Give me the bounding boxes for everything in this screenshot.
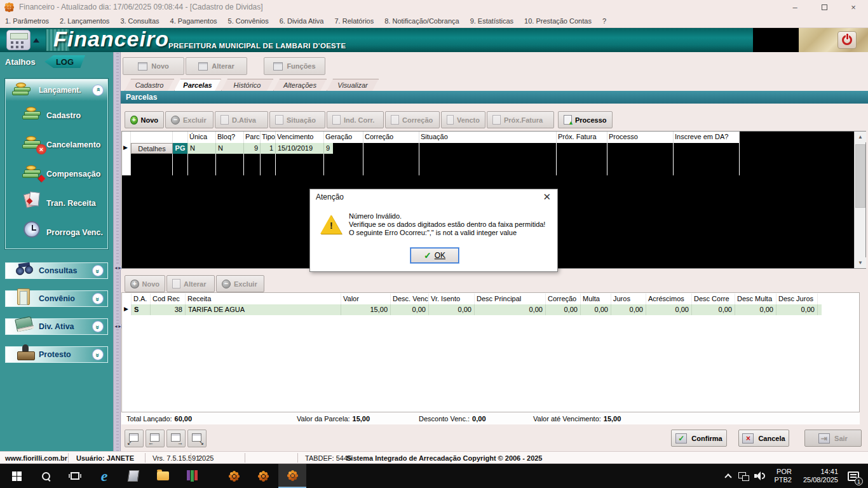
parcelas-prox-fatura-button[interactable]: Próx.Fatura [487, 111, 554, 128]
tab-parcelas[interactable]: Parcelas [174, 79, 221, 91]
sidebar-group-protesto[interactable]: Protesto » [5, 346, 108, 363]
sidebar-item-prorroga-venc[interactable]: Prorroga Venc. [6, 218, 107, 247]
menu-relatorios[interactable]: 7. Relatórios [334, 17, 374, 25]
cell-desc-juros: 0,00 [776, 304, 818, 315]
sidebar-group-div-ativa[interactable]: Div. Ativa » [5, 318, 108, 335]
collapse-chevron-icon[interactable]: » [92, 85, 104, 96]
notepad-button[interactable] [119, 464, 147, 488]
scroll-down-icon[interactable]: ▼ [855, 257, 866, 268]
menu-convenios[interactable]: 5. Convênios [228, 17, 269, 25]
start-button[interactable] [3, 464, 31, 488]
expand-chevron-icon[interactable]: » [92, 265, 104, 276]
receitas-alterar-button[interactable]: Alterar [166, 275, 215, 292]
parcelas-excluir-button[interactable]: −Excluir [165, 111, 214, 128]
log-flag[interactable]: LOG [44, 55, 85, 68]
fiorilli-app-button[interactable] [249, 464, 277, 488]
tab-historico[interactable]: Histórico [221, 79, 273, 91]
plus-circle-icon: + [130, 280, 139, 288]
power-button[interactable] [837, 31, 857, 49]
sidebar-group-convenio[interactable]: Convênio » [5, 290, 108, 307]
tab-alteracoes[interactable]: Alterações [273, 79, 327, 91]
maximize-button[interactable] [810, 0, 839, 14]
parcelas-dativa-button[interactable]: D.Ativa [215, 111, 268, 128]
col-desc-multa: Desc Multa [735, 294, 776, 304]
dialog-title[interactable]: Atenção [310, 189, 557, 205]
parcelas-novo-button[interactable]: +Novo [125, 111, 164, 128]
grid-vertical-scrollbar[interactable]: ▲ ▼ [854, 132, 865, 268]
notification-badge: 1 [855, 477, 863, 485]
sidebar-group-consultas[interactable]: Consultas » [5, 262, 108, 279]
menu-prestacao[interactable]: 10. Prestação Contas [524, 17, 592, 25]
status-website[interactable]: www.fiorilli.com.br [5, 454, 67, 462]
scroll-thumb[interactable] [855, 144, 865, 208]
menu-consultas[interactable]: 3. Consultas [120, 17, 159, 25]
nav-first-button[interactable]: ↙ [125, 430, 144, 447]
ok-button[interactable]: ✓ OK [410, 248, 459, 263]
search-button[interactable] [32, 464, 60, 488]
parcelas-situacao-button[interactable]: Situação [269, 111, 325, 128]
cancela-button[interactable]: ×Cancela [738, 430, 789, 447]
splitter-arrows[interactable]: ◄► [114, 324, 121, 329]
task-view-button[interactable] [61, 464, 89, 488]
menu-divida-ativa[interactable]: 6. Divida Ativa [280, 17, 324, 25]
alterar-button-top[interactable]: Alterar [186, 57, 247, 75]
parcelas-ind-corr-button[interactable]: Ind. Corr. [327, 111, 384, 128]
sidebar: Atalhos LOG Lançament. » Cadastro × Canc… [0, 52, 113, 451]
nav-last-button[interactable]: ↘ [187, 430, 207, 447]
receitas-row[interactable]: ▶ S 38 TARIFA DE AGUA 15,00 0,00 0,00 0,… [123, 304, 822, 315]
tab-cadastro[interactable]: Cadastro [125, 79, 174, 91]
speaker-icon[interactable] [754, 471, 768, 480]
cell-receita: TARIFA DE AGUA [186, 304, 341, 315]
clock-indicator[interactable]: 14:41 25/08/2025 [803, 468, 838, 484]
dialog-close-icon[interactable]: ✕ [543, 191, 551, 203]
menu-help[interactable]: ? [602, 17, 606, 25]
task-view-icon [71, 472, 79, 480]
close-button[interactable]: × [839, 0, 868, 14]
parcelas-processo-button[interactable]: ▲Processo [558, 111, 613, 128]
sidebar-item-compensacao[interactable]: ◆ Compensação [6, 159, 107, 189]
winrar-button[interactable] [178, 464, 206, 488]
funcoes-button[interactable]: Funções [264, 57, 325, 75]
sidebar-item-tran-receita[interactable]: Tran. Receita [6, 189, 107, 218]
language-indicator[interactable]: POR PTB2 [774, 468, 792, 484]
menu-pagamentos[interactable]: 4. Pagamentos [170, 17, 217, 25]
splitter-arrows[interactable]: ◄► [114, 266, 121, 270]
nav-prior-button[interactable]: ← [146, 430, 165, 447]
expand-chevron-icon[interactable]: » [92, 293, 104, 304]
calculator-icon[interactable] [6, 30, 31, 50]
menu-lancamentos[interactable]: 2. Lançamentos [60, 17, 109, 25]
receitas-novo-button[interactable]: +Novo [125, 275, 165, 292]
menu-notificacao[interactable]: 8. Notificação/Cobrança [384, 17, 459, 25]
sidebar-item-cancelamento[interactable]: × Cancelamento [6, 130, 107, 159]
menu-estatisticas[interactable]: 9. Estatísticas [470, 17, 513, 25]
folder-doc-icon [15, 287, 36, 308]
tray-chevron-icon[interactable] [725, 473, 732, 480]
tab-strip: Cadastro Parcelas Histórico Alterações V… [121, 79, 868, 91]
sair-button[interactable]: ⇥Sair [804, 430, 862, 447]
fiorilli-app-button[interactable] [220, 464, 248, 488]
menu-parametros[interactable]: 1. Parâmetros [5, 17, 49, 25]
parcelas-vencto-button[interactable]: Vencto [441, 111, 485, 128]
dialog-message: Número Inválido. Verifique se os dados d… [349, 212, 552, 237]
fiorilli-app-button-active[interactable] [278, 464, 306, 488]
minimize-button[interactable]: – [780, 0, 810, 14]
novo-button-top[interactable]: Novo [123, 57, 184, 75]
internet-explorer-button[interactable]: e [90, 464, 118, 488]
file-explorer-button[interactable] [149, 464, 177, 488]
nav-next-button[interactable]: → [166, 430, 186, 447]
sidebar-item-cadastro[interactable]: Cadastro [6, 101, 107, 130]
col-desc-principal: Desc Principal [475, 294, 546, 304]
sidebar-group-lancamento: Lançament. » Cadastro × Cancelamento ◆ C… [5, 79, 108, 249]
scroll-up-icon[interactable]: ▲ [855, 132, 866, 142]
expand-chevron-icon[interactable]: » [92, 349, 104, 360]
tab-visualizar[interactable]: Visualizar [327, 79, 379, 91]
sidebar-group-header[interactable]: Lançament. » [6, 79, 107, 101]
detalhes-button[interactable]: Detalhes [131, 143, 173, 154]
sidebar-splitter[interactable]: ◄► ◄► [113, 52, 121, 451]
expand-chevron-icon[interactable]: » [92, 321, 104, 332]
parcelas-correcao-button[interactable]: Correção [385, 111, 440, 128]
network-icon[interactable] [738, 472, 748, 480]
confirma-button[interactable]: ✓Confirma [671, 430, 727, 447]
cell-da: S [132, 304, 151, 315]
receitas-excluir-button[interactable]: −Excluir [216, 275, 264, 292]
